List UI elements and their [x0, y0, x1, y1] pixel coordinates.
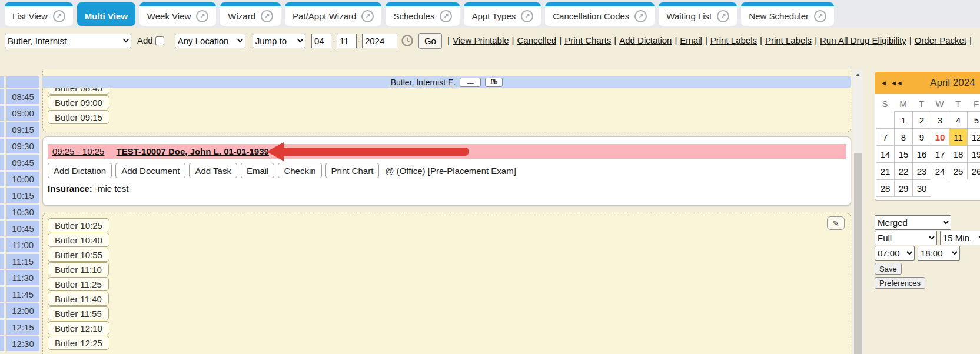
save-button[interactable]: Save [875, 263, 902, 275]
scrollbar-thumb[interactable] [854, 153, 862, 354]
external-link-icon[interactable]: ↗ [53, 10, 65, 22]
external-link-icon[interactable]: ↗ [634, 10, 647, 22]
calendar-day-3[interactable]: 3 [931, 111, 949, 129]
link-print-labels[interactable]: Print Labels [765, 35, 812, 45]
view-mode-select[interactable]: Merged [875, 215, 951, 230]
tab-multi-view[interactable]: Multi View [77, 2, 135, 26]
provider-select[interactable]: Butler, Internist [5, 34, 131, 48]
calendar-day-11[interactable]: 11 [949, 128, 968, 146]
calendar-day-28[interactable]: 28 [876, 179, 895, 197]
appointment-patient-link[interactable]: TEST-10007 Doe, John L. 01-01-1939 [117, 146, 269, 156]
link-email[interactable]: Email [680, 35, 702, 45]
calendar-day-9[interactable]: 9 [912, 128, 931, 146]
calendar-day-26[interactable]: 26 [967, 162, 980, 180]
vertical-scrollbar[interactable]: ▲ [853, 69, 863, 354]
slot-butler-11-55[interactable]: Butler 11:55 [48, 306, 109, 320]
calendar-day-8[interactable]: 8 [894, 128, 913, 146]
prev-month-icon[interactable]: ◄ [881, 79, 886, 86]
tab-week-view[interactable]: Week View↗ [139, 2, 216, 26]
link-view-printable[interactable]: View Printable [453, 35, 509, 45]
tab-wizard[interactable]: Wizard↗ [220, 2, 281, 26]
add-task-button[interactable]: Add Task [189, 163, 237, 178]
calendar-day-18[interactable]: 18 [949, 145, 968, 163]
date-month-input[interactable] [311, 34, 331, 48]
calendar-day-19[interactable]: 19 [967, 145, 980, 163]
slot-butler-12-10[interactable]: Butler 12:10 [48, 321, 109, 335]
tab-cancellation-codes[interactable]: Cancellation Codes↗ [545, 2, 655, 26]
add-checkbox[interactable] [155, 36, 164, 45]
appointment-time-link[interactable]: 09:25 - 10:25 [52, 146, 104, 156]
slot-butler-10-40[interactable]: Butler 10:40 [48, 233, 109, 247]
calendar-day-22[interactable]: 22 [894, 162, 913, 180]
slot-butler-09-00[interactable]: Butler 09:00 [48, 95, 109, 109]
prev-year-icon[interactable]: ◄◄ [891, 79, 902, 86]
jump-to-select[interactable]: Jump to [253, 34, 305, 48]
date-year-input[interactable] [362, 34, 397, 48]
tab-waiting-list[interactable]: Waiting List↗ [659, 2, 737, 26]
calendar-day-17[interactable]: 17 [931, 145, 949, 163]
tab-appt-types[interactable]: Appt Types↗ [464, 2, 541, 26]
external-link-icon[interactable]: ↗ [361, 10, 374, 22]
calendar-day-29[interactable]: 29 [894, 179, 913, 197]
provider-header-link[interactable]: Butler, Internist E. [391, 78, 456, 87]
fb-button[interactable]: f/b [485, 78, 503, 87]
minimize-button[interactable]: — [460, 78, 481, 87]
tab-list-view[interactable]: List View↗ [5, 2, 73, 26]
tab-new-scheduler[interactable]: New Scheduler↗ [741, 2, 834, 26]
slot-butler-10-55[interactable]: Butler 10:55 [48, 248, 109, 262]
slot-butler-11-40[interactable]: Butler 11:40 [48, 292, 109, 306]
link-run-all-drug-eligibility[interactable]: Run All Drug Eligibility [820, 35, 906, 45]
calendar-day-7[interactable]: 7 [876, 128, 895, 146]
calendar-day-21[interactable]: 21 [876, 162, 895, 180]
calendar-day-4[interactable]: 4 [949, 111, 968, 129]
tab-schedules[interactable]: Schedules↗ [386, 2, 460, 26]
calendar-day-5[interactable]: 5 [967, 111, 980, 129]
calendar-day-12[interactable]: 12 [967, 128, 980, 146]
external-link-icon[interactable]: ↗ [196, 10, 208, 22]
email-button[interactable]: Email [241, 163, 275, 178]
clock-icon[interactable] [401, 34, 414, 47]
external-link-icon[interactable]: ↗ [814, 10, 826, 22]
start-time-select[interactable]: 07:00 [875, 246, 915, 261]
external-link-icon[interactable]: ↗ [440, 10, 452, 22]
slot-butler-10-25[interactable]: Butler 10:25 [48, 218, 109, 232]
link-print-charts[interactable]: Print Charts [564, 35, 611, 45]
date-day-input[interactable] [337, 34, 357, 48]
calendar-day-25[interactable]: 25 [949, 162, 968, 180]
preferences-button[interactable]: Preferences [875, 277, 925, 289]
link-print-labels[interactable]: Print Labels [710, 35, 757, 45]
calendar-day-24[interactable]: 24 [931, 162, 949, 180]
add-document-button[interactable]: Add Document [115, 163, 185, 178]
interval-select[interactable]: 15 Min. [940, 231, 980, 245]
calendar-day-16[interactable]: 16 [912, 145, 931, 163]
add-dictation-button[interactable]: Add Dictation [48, 163, 112, 178]
calendar-day-1[interactable]: 1 [894, 111, 913, 129]
size-select[interactable]: Full [875, 231, 937, 245]
calendar-day-10[interactable]: 10 [931, 128, 949, 146]
slot-butler-09-15[interactable]: Butler 09:15 [48, 110, 109, 124]
calendar-day-30[interactable]: 30 [912, 179, 931, 197]
link-order-packet[interactable]: Order Packet [915, 35, 966, 45]
slot-butler-11-25[interactable]: Butler 11:25 [48, 277, 109, 291]
insurance-line: Insurance: -mie test [48, 183, 846, 193]
link-add-dictation[interactable]: Add Dictation [619, 35, 672, 45]
external-link-icon[interactable]: ↗ [717, 10, 729, 22]
external-link-icon[interactable]: ↗ [261, 10, 273, 22]
scroll-up-icon[interactable]: ▲ [853, 69, 863, 79]
calendar-day-2[interactable]: 2 [912, 111, 931, 129]
calendar-day-14[interactable]: 14 [876, 145, 895, 163]
calendar-day-23[interactable]: 23 [912, 162, 931, 180]
tab-pat-appt-wizard[interactable]: Pat/Appt Wizard↗ [285, 2, 381, 26]
edit-icon[interactable]: ✎ [827, 216, 845, 230]
slot-butler-11-10[interactable]: Butler 11:10 [48, 262, 109, 276]
go-button[interactable]: Go [418, 33, 442, 49]
calendar-day-15[interactable]: 15 [894, 145, 913, 163]
link-separator: | [675, 35, 677, 45]
end-time-select[interactable]: 18:00 [918, 246, 960, 261]
slot-butler-12-25[interactable]: Butler 12:25 [48, 336, 109, 350]
print-chart-button[interactable]: Print Chart [325, 163, 380, 178]
link-cancelled[interactable]: Cancelled [517, 35, 557, 45]
location-select[interactable]: Any Location [175, 34, 245, 48]
checkin-button[interactable]: Checkin [278, 163, 321, 178]
external-link-icon[interactable]: ↗ [521, 10, 533, 22]
